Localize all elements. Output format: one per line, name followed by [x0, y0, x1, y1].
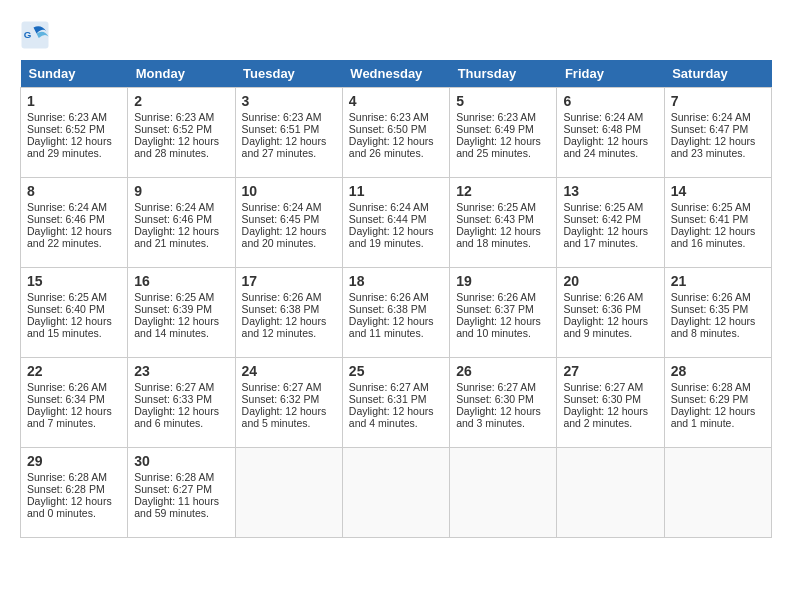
logo-icon: G — [20, 20, 50, 50]
day-info-line: Sunset: 6:43 PM — [456, 213, 550, 225]
col-header-friday: Friday — [557, 60, 664, 88]
day-info-line: and 29 minutes. — [27, 147, 121, 159]
day-info-line: Daylight: 12 hours — [242, 315, 336, 327]
day-info-line: Sunrise: 6:23 AM — [456, 111, 550, 123]
day-info-line: Sunrise: 6:26 AM — [563, 291, 657, 303]
day-info-line: and 4 minutes. — [349, 417, 443, 429]
day-info-line: Daylight: 12 hours — [242, 135, 336, 147]
week-row-1: 1Sunrise: 6:23 AMSunset: 6:52 PMDaylight… — [21, 88, 772, 178]
day-info-line: and 28 minutes. — [134, 147, 228, 159]
day-info-line: Sunrise: 6:27 AM — [456, 381, 550, 393]
day-info-line: and 27 minutes. — [242, 147, 336, 159]
day-info-line: Sunrise: 6:26 AM — [349, 291, 443, 303]
day-cell: 4Sunrise: 6:23 AMSunset: 6:50 PMDaylight… — [342, 88, 449, 178]
day-number: 21 — [671, 273, 765, 289]
day-cell: 21Sunrise: 6:26 AMSunset: 6:35 PMDayligh… — [664, 268, 771, 358]
day-info-line: Sunrise: 6:25 AM — [456, 201, 550, 213]
day-info-line: and 2 minutes. — [563, 417, 657, 429]
day-info-line: Daylight: 12 hours — [27, 495, 121, 507]
day-info-line: Daylight: 12 hours — [349, 315, 443, 327]
header-row: SundayMondayTuesdayWednesdayThursdayFrid… — [21, 60, 772, 88]
day-info-line: Daylight: 12 hours — [671, 135, 765, 147]
day-number: 10 — [242, 183, 336, 199]
day-cell: 6Sunrise: 6:24 AMSunset: 6:48 PMDaylight… — [557, 88, 664, 178]
day-info-line: Sunrise: 6:25 AM — [563, 201, 657, 213]
day-cell: 12Sunrise: 6:25 AMSunset: 6:43 PMDayligh… — [450, 178, 557, 268]
day-info-line: and 1 minute. — [671, 417, 765, 429]
day-number: 6 — [563, 93, 657, 109]
day-number: 8 — [27, 183, 121, 199]
day-number: 11 — [349, 183, 443, 199]
day-info-line: Sunrise: 6:24 AM — [349, 201, 443, 213]
day-info-line: Sunset: 6:42 PM — [563, 213, 657, 225]
day-info-line: Sunset: 6:31 PM — [349, 393, 443, 405]
day-cell: 14Sunrise: 6:25 AMSunset: 6:41 PMDayligh… — [664, 178, 771, 268]
day-number: 20 — [563, 273, 657, 289]
day-info-line: Sunset: 6:41 PM — [671, 213, 765, 225]
day-number: 17 — [242, 273, 336, 289]
day-info-line: Sunrise: 6:24 AM — [242, 201, 336, 213]
day-info-line: Sunrise: 6:24 AM — [134, 201, 228, 213]
day-number: 3 — [242, 93, 336, 109]
day-info-line: Sunset: 6:48 PM — [563, 123, 657, 135]
week-row-5: 29Sunrise: 6:28 AMSunset: 6:28 PMDayligh… — [21, 448, 772, 538]
day-info-line: and 10 minutes. — [456, 327, 550, 339]
day-cell: 19Sunrise: 6:26 AMSunset: 6:37 PMDayligh… — [450, 268, 557, 358]
day-cell: 27Sunrise: 6:27 AMSunset: 6:30 PMDayligh… — [557, 358, 664, 448]
day-info-line: Sunrise: 6:25 AM — [27, 291, 121, 303]
day-info-line: Sunset: 6:27 PM — [134, 483, 228, 495]
day-number: 14 — [671, 183, 765, 199]
day-info-line: Sunset: 6:46 PM — [27, 213, 121, 225]
day-cell: 30Sunrise: 6:28 AMSunset: 6:27 PMDayligh… — [128, 448, 235, 538]
logo: G — [20, 20, 54, 50]
day-cell: 22Sunrise: 6:26 AMSunset: 6:34 PMDayligh… — [21, 358, 128, 448]
day-info-line: Sunrise: 6:24 AM — [27, 201, 121, 213]
day-info-line: Sunrise: 6:28 AM — [27, 471, 121, 483]
calendar-table: SundayMondayTuesdayWednesdayThursdayFrid… — [20, 60, 772, 538]
day-number: 2 — [134, 93, 228, 109]
day-cell: 2Sunrise: 6:23 AMSunset: 6:52 PMDaylight… — [128, 88, 235, 178]
day-info-line: Daylight: 11 hours — [134, 495, 228, 507]
day-info-line: Sunrise: 6:23 AM — [134, 111, 228, 123]
day-info-line: Daylight: 12 hours — [349, 405, 443, 417]
day-info-line: and 12 minutes. — [242, 327, 336, 339]
day-cell: 10Sunrise: 6:24 AMSunset: 6:45 PMDayligh… — [235, 178, 342, 268]
day-info-line: Sunset: 6:44 PM — [349, 213, 443, 225]
day-info-line: Sunset: 6:51 PM — [242, 123, 336, 135]
day-info-line: Sunset: 6:28 PM — [27, 483, 121, 495]
day-cell: 16Sunrise: 6:25 AMSunset: 6:39 PMDayligh… — [128, 268, 235, 358]
day-info-line: Daylight: 12 hours — [349, 225, 443, 237]
day-number: 28 — [671, 363, 765, 379]
day-info-line: Daylight: 12 hours — [27, 315, 121, 327]
col-header-thursday: Thursday — [450, 60, 557, 88]
day-info-line: Daylight: 12 hours — [27, 225, 121, 237]
day-number: 1 — [27, 93, 121, 109]
day-info-line: Sunset: 6:47 PM — [671, 123, 765, 135]
day-info-line: Daylight: 12 hours — [27, 405, 121, 417]
day-info-line: and 24 minutes. — [563, 147, 657, 159]
day-cell — [342, 448, 449, 538]
day-number: 27 — [563, 363, 657, 379]
day-cell: 1Sunrise: 6:23 AMSunset: 6:52 PMDaylight… — [21, 88, 128, 178]
day-info-line: Sunset: 6:30 PM — [563, 393, 657, 405]
day-info-line: and 23 minutes. — [671, 147, 765, 159]
day-cell: 24Sunrise: 6:27 AMSunset: 6:32 PMDayligh… — [235, 358, 342, 448]
day-info-line: Daylight: 12 hours — [134, 225, 228, 237]
day-cell — [664, 448, 771, 538]
day-info-line: and 0 minutes. — [27, 507, 121, 519]
day-info-line: Sunrise: 6:23 AM — [349, 111, 443, 123]
day-info-line: and 21 minutes. — [134, 237, 228, 249]
day-info-line: Sunset: 6:52 PM — [27, 123, 121, 135]
page-header: G — [20, 20, 772, 50]
day-info-line: Daylight: 12 hours — [242, 405, 336, 417]
svg-text:G: G — [24, 29, 32, 40]
day-cell: 5Sunrise: 6:23 AMSunset: 6:49 PMDaylight… — [450, 88, 557, 178]
day-cell: 11Sunrise: 6:24 AMSunset: 6:44 PMDayligh… — [342, 178, 449, 268]
day-cell: 7Sunrise: 6:24 AMSunset: 6:47 PMDaylight… — [664, 88, 771, 178]
day-number: 25 — [349, 363, 443, 379]
day-info-line: and 20 minutes. — [242, 237, 336, 249]
day-info-line: Daylight: 12 hours — [456, 135, 550, 147]
day-info-line: Sunset: 6:36 PM — [563, 303, 657, 315]
day-info-line: Sunset: 6:45 PM — [242, 213, 336, 225]
day-number: 23 — [134, 363, 228, 379]
